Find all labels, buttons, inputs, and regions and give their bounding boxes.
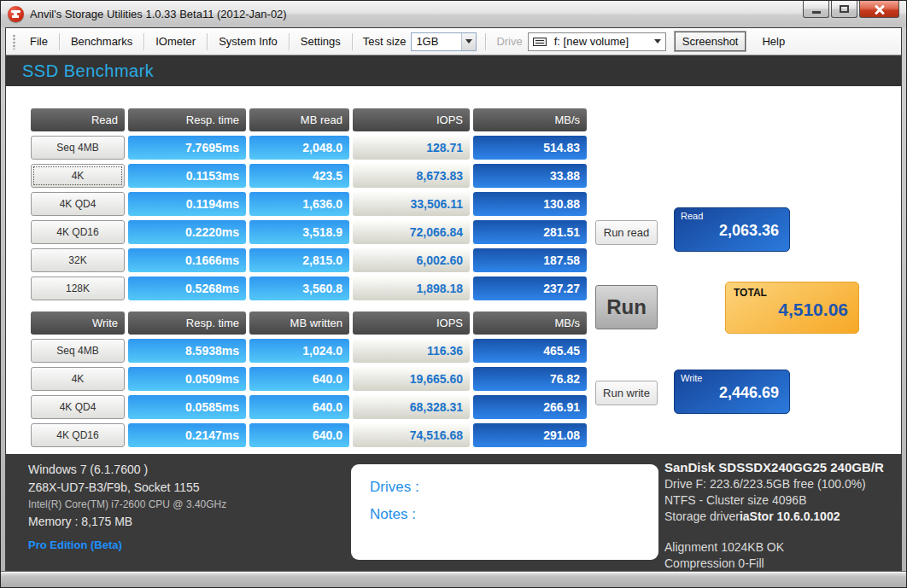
mbs-cell: 465.45 (473, 339, 587, 363)
read-table: Read Resp. time MB read IOPS MB/s Seq 4M… (31, 108, 587, 300)
drive-value: f: [new volume] (550, 35, 651, 48)
storage-driver: Storage driveriaStor 10.6.0.1002 (664, 509, 901, 525)
storage-driver-label: Storage driver (664, 509, 740, 523)
resp-time-cell: 0.1194ms (128, 192, 246, 216)
run-button[interactable]: Run (595, 285, 658, 329)
row-label-button[interactable]: 4K (31, 367, 125, 391)
menu-file[interactable]: File (20, 31, 57, 52)
iops-cell: 74,516.68 (353, 423, 470, 447)
row-label-button[interactable]: 32K (31, 248, 125, 272)
drives-notes-box[interactable]: Drives : Notes : (351, 464, 658, 560)
menu-separator (143, 33, 144, 50)
mbs-header: MB/s (473, 108, 587, 131)
mbs-cell: 291.08 (473, 423, 587, 447)
iops-cell: 72,066.84 (353, 220, 470, 244)
os-info: Windows 7 (6.1.7600 ) (28, 461, 226, 479)
resp-time-cell: 0.2220ms (128, 220, 246, 244)
iops-cell: 33,506.11 (353, 192, 470, 216)
mb-read-cell: 2,815.0 (249, 248, 349, 272)
resp-time-cell: 0.0509ms (128, 367, 246, 391)
row-label-button[interactable]: 4K QD16 (31, 423, 125, 447)
iops-header: IOPS (353, 108, 470, 131)
menu-help[interactable]: Help (752, 31, 794, 52)
drive-info-block: SanDisk SDSSDX240GG25 240GB/R Drive F: 2… (664, 458, 901, 571)
resp-time-header: Resp. time (128, 311, 246, 335)
write-score-label: Write (675, 370, 789, 383)
iops-cell: 1,898.18 (353, 277, 470, 300)
minimize-button[interactable] (803, 1, 829, 18)
menu-benchmarks[interactable]: Benchmarks (61, 31, 142, 52)
row-label-button[interactable]: 4K QD16 (31, 220, 125, 244)
read-score-value: 2,063.36 (675, 222, 789, 240)
titlebar: Anvil's Storage Utilities 1.0.33 Beta11 … (1, 1, 906, 27)
mbs-cell: 281.51 (473, 220, 587, 244)
menu-separator (289, 33, 290, 50)
row-label-button[interactable]: 4K QD4 (31, 395, 125, 419)
drive-icon (533, 38, 547, 46)
row-label-button[interactable]: 128K (31, 277, 125, 300)
drive-model: SanDisk SDSSDX240GG25 240GB/R (664, 458, 901, 476)
mb-written-cell: 640.0 (249, 423, 349, 447)
drive-dropdown-button[interactable] (651, 33, 665, 50)
anvil-icon (11, 10, 20, 18)
drive-label: Drive (488, 31, 527, 52)
mb-read-cell: 3,518.9 (249, 220, 349, 244)
maximize-icon (840, 5, 849, 13)
close-button[interactable] (859, 1, 899, 18)
menu-separator (207, 33, 208, 50)
resp-time-cell: 0.0585ms (128, 395, 246, 419)
read-score-label: Read (675, 208, 789, 221)
run-write-button[interactable]: Run write (595, 381, 658, 405)
page-header: SSD Benchmark (6, 55, 901, 86)
row-label-button[interactable]: Seq 4MB (31, 339, 125, 363)
row-label-button[interactable]: 4K QD4 (31, 192, 125, 216)
iops-header: IOPS (353, 311, 470, 335)
minimize-icon (812, 11, 821, 14)
test-size-select[interactable]: 1GB (411, 32, 477, 51)
read-score-box: Read 2,063.36 (674, 207, 790, 252)
maximize-button[interactable] (831, 1, 857, 18)
resp-time-cell: 7.7695ms (128, 136, 246, 160)
memory-info: Memory : 8,175 MB (28, 513, 226, 531)
compression-info: Compression 0-Fill (664, 556, 901, 571)
toolbar-gripper (13, 34, 15, 49)
cpu-info: Intel(R) Core(TM) i7-2600 CPU @ 3.40GHz (28, 497, 226, 513)
write-score-value: 2,446.69 (675, 384, 789, 402)
app-window: Anvil's Storage Utilities 1.0.33 Beta11 … (0, 0, 907, 588)
menu-system-info[interactable]: System Info (209, 31, 287, 52)
chevron-down-icon (654, 39, 661, 44)
resp-time-cell: 0.2147ms (128, 423, 246, 447)
drive-select[interactable]: f: [new volume] (528, 32, 666, 51)
mbs-cell: 237.27 (473, 277, 587, 300)
menu-settings[interactable]: Settings (291, 31, 350, 52)
resp-time-cell: 0.1666ms (128, 248, 246, 272)
mbs-cell: 130.88 (473, 192, 587, 216)
drives-label: Drives : (370, 474, 640, 501)
read-header: Read (31, 108, 125, 131)
mbs-cell: 187.58 (473, 248, 587, 272)
window-title: Anvil's Storage Utilities 1.0.33 Beta11 … (30, 8, 801, 20)
total-score-box: TOTAL 4,510.06 (725, 282, 859, 334)
chevron-down-icon (465, 39, 472, 44)
test-size-value: 1GB (412, 35, 461, 48)
mb-read-cell: 3,560.8 (249, 277, 349, 300)
edition-label: Pro Edition (Beta) (28, 539, 226, 551)
row-label-button[interactable]: 4K (31, 164, 125, 188)
client-area: File Benchmarks IOmeter System Info Sett… (5, 27, 902, 571)
run-read-button[interactable]: Run read (595, 220, 658, 245)
mb-read-cell: 2,048.0 (249, 136, 349, 160)
page-title: SSD Benchmark (6, 61, 154, 81)
menu-iometer[interactable]: IOmeter (146, 31, 205, 52)
menu-separator (485, 33, 486, 50)
total-score-value: 4,510.06 (726, 300, 858, 320)
screenshot-button[interactable]: Screenshot (675, 32, 746, 51)
storage-driver-value: iaStor 10.6.0.1002 (740, 509, 840, 523)
iops-cell: 19,665.60 (353, 367, 470, 391)
mb-read-cell: 1,636.0 (249, 192, 349, 216)
notes-label: Notes : (370, 501, 640, 528)
iops-cell: 116.36 (353, 339, 470, 363)
test-size-dropdown-button[interactable] (461, 33, 476, 50)
row-label-button[interactable]: Seq 4MB (31, 136, 125, 160)
window-controls (801, 1, 899, 18)
mb-read-cell: 423.5 (249, 164, 349, 188)
